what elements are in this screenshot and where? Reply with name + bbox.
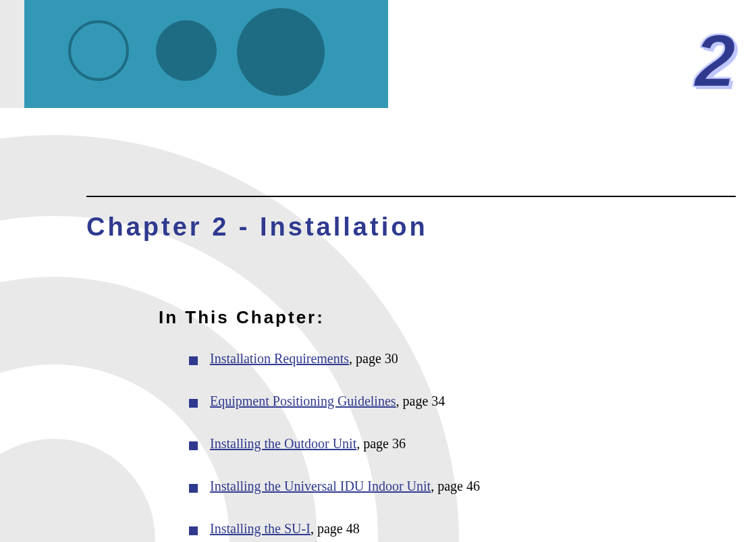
square-bullet-icon <box>189 356 198 365</box>
toc-link[interactable]: Installing the Universal IDU Indoor Unit <box>210 479 431 493</box>
toc-link[interactable]: Installing the SU-I <box>210 521 310 536</box>
toc-link[interactable]: Installing the Outdoor Unit <box>210 436 356 451</box>
toc-link[interactable]: Installation Requirements <box>210 351 349 366</box>
toc-page: , page 46 <box>431 479 480 493</box>
toc-item: Installing the SU-I, page 48 <box>189 521 716 537</box>
circle-solid-small-icon <box>156 20 217 81</box>
header-banner <box>0 0 388 108</box>
toc-item: Installing the Universal IDU Indoor Unit… <box>189 479 716 494</box>
square-bullet-icon <box>189 484 198 493</box>
toc-item: Equipment Positioning Guidelines, page 3… <box>189 394 716 409</box>
toc-item: Installation Requirements, page 30 <box>189 351 716 367</box>
toc-link[interactable]: Equipment Positioning Guidelines <box>210 394 396 408</box>
divider <box>86 196 736 197</box>
square-bullet-icon <box>189 441 198 450</box>
toc-page: , page 48 <box>310 521 360 536</box>
chapter-title: Chapter 2 - Installation <box>86 213 428 242</box>
toc-page: , page 34 <box>396 394 446 408</box>
circle-outline-icon <box>68 20 129 81</box>
square-bullet-icon <box>189 526 198 535</box>
square-bullet-icon <box>189 399 198 408</box>
toc-page: , page 30 <box>349 351 398 366</box>
circle-solid-large-icon <box>237 8 325 96</box>
section-heading: In This Chapter: <box>159 307 325 328</box>
toc-page: , page 36 <box>356 436 406 451</box>
toc-item: Installing the Outdoor Unit, page 36 <box>189 436 716 452</box>
chapter-number: 2 <box>695 24 736 98</box>
toc-list: Installation Requirements, page 30 Equip… <box>189 351 716 542</box>
